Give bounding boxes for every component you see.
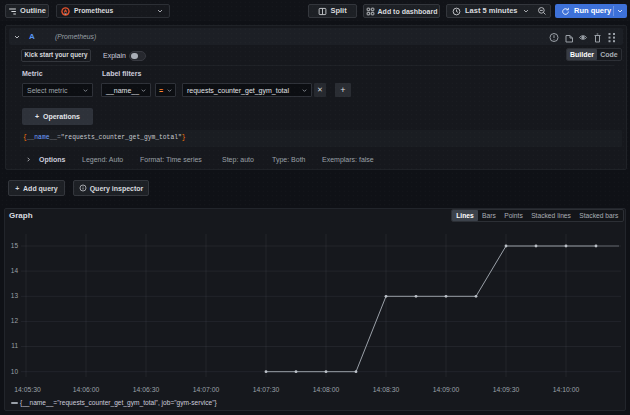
svg-text:15: 15 bbox=[11, 242, 19, 249]
svg-text:14:10:00: 14:10:00 bbox=[553, 386, 580, 393]
svg-text:14:07:00: 14:07:00 bbox=[193, 386, 220, 393]
svg-text:11: 11 bbox=[11, 342, 18, 349]
svg-text:10: 10 bbox=[11, 368, 19, 375]
svg-text:14:06:00: 14:06:00 bbox=[73, 386, 100, 393]
svg-text:14:07:30: 14:07:30 bbox=[253, 386, 280, 393]
svg-text:14:08:30: 14:08:30 bbox=[373, 386, 400, 393]
svg-text:14:09:30: 14:09:30 bbox=[493, 386, 520, 393]
svg-text:14:06:30: 14:06:30 bbox=[133, 386, 160, 393]
svg-text:12: 12 bbox=[11, 317, 19, 324]
svg-text:14:09:00: 14:09:00 bbox=[433, 386, 460, 393]
svg-text:14:05:30: 14:05:30 bbox=[14, 386, 41, 393]
svg-text:14: 14 bbox=[11, 267, 19, 274]
svg-text:14:08:00: 14:08:00 bbox=[313, 386, 340, 393]
svg-text:13: 13 bbox=[11, 292, 19, 299]
